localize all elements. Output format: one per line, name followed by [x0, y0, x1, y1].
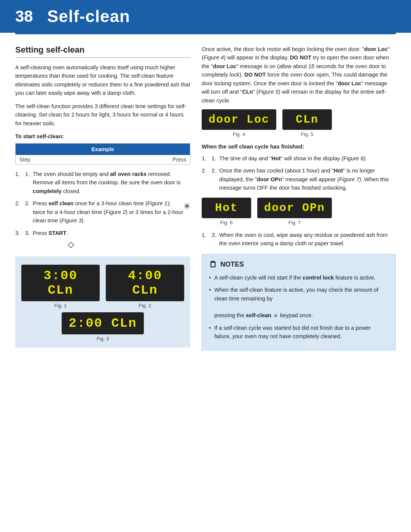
- figure-1-label: Fig. 1: [54, 303, 67, 308]
- intro-p2: The self-clean function provides 3 diffe…: [15, 102, 190, 128]
- when-finished-heading: When the self clean cycle has finished:: [202, 142, 396, 151]
- finished-steps-list: 1. The time of day and "Hot" will show i…: [202, 154, 396, 192]
- figure-3-wrap: 2:00 CLn Fig. 3: [62, 312, 143, 342]
- step-3: 3. Press START. ◇: [15, 229, 190, 251]
- step-2: 2. Press self clean once for a 3-hour cl…: [15, 199, 190, 225]
- page-title: Self-clean: [47, 7, 130, 26]
- figure-1-wrap: 3:00 CLn Fig. 1: [21, 265, 100, 308]
- finished-step3-list: 3. When the oven is cool, wipe away any …: [202, 231, 396, 248]
- section-heading: Setting self-clean: [15, 45, 190, 58]
- figure-5-label: Fig. 5: [301, 131, 314, 137]
- figure-3-center: 2:00 CLn Fig. 3: [21, 312, 184, 342]
- example-table: Example Step Press: [15, 143, 190, 165]
- step-2-row: Press self clean once for a 3-hour clean…: [33, 199, 190, 225]
- figure-5-wrap: CLn Fig. 5: [282, 109, 332, 137]
- fs3-text: When the oven is cool, wipe away any res…: [219, 231, 396, 248]
- step-2-num: 2.: [25, 199, 30, 208]
- col2-label: Press: [97, 155, 190, 165]
- note-1: A self-clean cycle will not start if the…: [209, 273, 389, 282]
- figures-row-1-2: 3:00 CLn Fig. 1 4:00 CLn Fig. 2: [21, 265, 184, 308]
- main-content: Setting self-clean A self-cleaning oven …: [0, 34, 411, 366]
- figures-6-7-pair: Hot Fig. 6 door OPn Fig. 7: [202, 198, 396, 225]
- page-wrapper: 38 Self-clean Setting self-clean A self-…: [0, 0, 411, 532]
- figure-4-label: Fig. 4: [233, 131, 245, 137]
- finished-step-2: 2. Once the oven has cooled (about 1 hou…: [202, 166, 396, 192]
- intro-p1: A self-cleaning oven automatically clean…: [15, 63, 190, 97]
- step-2-text: Press self clean once for a 3-hour clean…: [33, 199, 183, 225]
- fs2-text: Once the oven has cooled (about 1 hour) …: [219, 166, 396, 192]
- figure-6-display: Hot: [202, 198, 251, 218]
- step-3-text: Press START.: [33, 229, 68, 237]
- door-lock-p1: Once active, the door lock motor will be…: [202, 45, 396, 105]
- page-header: 38 Self-clean: [0, 0, 411, 33]
- finished-step-3: 3. When the oven is cool, wipe away any …: [202, 231, 396, 248]
- figure-4-display: door Loc: [202, 109, 276, 130]
- left-figures-area: 3:00 CLn Fig. 1 4:00 CLn Fig. 2 2:00 CLn…: [15, 256, 190, 348]
- steps-list: 1. The oven should be empty and all oven…: [15, 170, 190, 251]
- fs1-num: 1.: [212, 154, 216, 163]
- example-table-header: Example: [16, 143, 190, 155]
- step-1: 1. The oven should be empty and all oven…: [15, 170, 190, 195]
- figure-6-label: Fig. 6: [220, 220, 233, 225]
- left-column: Setting self-clean A self-cleaning oven …: [15, 45, 190, 350]
- figure-7-label: Fig. 7: [288, 220, 301, 225]
- figure-5-display: CLn: [282, 109, 332, 130]
- col1-label: Step: [16, 155, 97, 165]
- notes-icon: 🗒: [209, 260, 217, 270]
- figure-7-wrap: door OPn Fig. 7: [257, 198, 332, 225]
- fs1-text: The time of day and "Hot" will show in t…: [219, 154, 367, 163]
- page-number: 38: [15, 7, 38, 26]
- figure-6-wrap: Hot Fig. 6: [202, 198, 251, 225]
- fs3-num: 3.: [212, 231, 216, 239]
- figure-2-display: 4:00 CLn: [106, 265, 184, 301]
- start-icon: ◇: [68, 238, 74, 251]
- figure-2-wrap: 4:00 CLn Fig. 2: [106, 265, 184, 308]
- figure-4-wrap: door Loc Fig. 4: [202, 109, 276, 137]
- step-1-text: The oven should be empty and all oven ra…: [33, 170, 190, 195]
- step-3-num: 3.: [25, 229, 30, 237]
- notes-list: A self-clean cycle will not start if the…: [209, 273, 389, 341]
- right-column: Once active, the door lock motor will be…: [202, 45, 396, 350]
- note-3: If a self-clean cycle was started but di…: [209, 324, 389, 341]
- step-3-row: Press START. ◇: [33, 229, 190, 251]
- figures-4-5-pair: door Loc Fig. 4 CLn Fig. 5: [202, 109, 396, 137]
- self-clean-icon: ✳: [183, 200, 190, 213]
- table-row-header: Step Press: [16, 155, 190, 165]
- figure-2-label: Fig. 2: [139, 303, 151, 308]
- keypad-icon: ✳: [274, 313, 278, 319]
- figure-1-display: 3:00 CLn: [21, 265, 100, 301]
- figure-7-display: door OPn: [257, 198, 332, 218]
- step-1-num: 1.: [25, 170, 30, 178]
- notes-title: NOTES: [220, 260, 244, 268]
- notes-box: 🗒 NOTES A self-clean cycle will not star…: [202, 254, 396, 350]
- to-start-label: To start self-clean:: [15, 132, 190, 141]
- notes-header: 🗒 NOTES: [209, 260, 389, 270]
- finished-step-1: 1. The time of day and "Hot" will show i…: [202, 154, 396, 163]
- note-2: When the self-clean feature is active, y…: [209, 286, 389, 320]
- figure-3-display: 2:00 CLn: [62, 312, 143, 334]
- fs2-num: 2.: [212, 166, 216, 175]
- figure-3-label: Fig. 3: [97, 336, 109, 342]
